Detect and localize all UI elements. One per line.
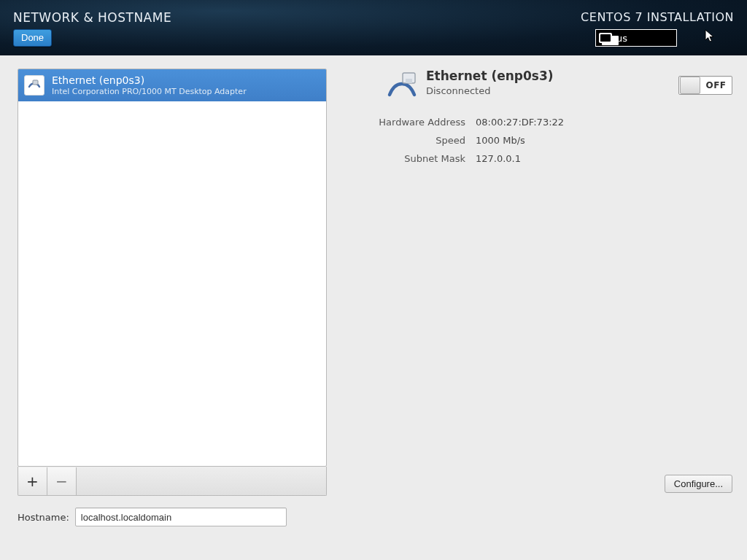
device-list-item-texts: Ethernet (enp0s3) Intel Corporation PRO/… — [52, 74, 247, 96]
hostname-label: Hostname: — [18, 512, 69, 523]
hostname-row: Hostname: — [0, 500, 747, 526]
body: Ethernet (enp0s3) Intel Corporation PRO/… — [0, 55, 747, 500]
ethernet-large-icon — [385, 70, 417, 104]
toggle-knob — [680, 77, 700, 94]
network-title: Ethernet (enp0s3) — [426, 69, 554, 83]
svg-rect-0 — [33, 80, 38, 85]
hostname-input[interactable] — [75, 508, 287, 526]
network-toggle[interactable]: OFF — [678, 76, 732, 95]
header: NETWORK & HOSTNAME Done CENTOS 7 INSTALL… — [0, 0, 747, 55]
hw-address-label: Hardware Address — [341, 117, 465, 128]
right-column: Ethernet (enp0s3) Disconnected OFF Hardw… — [341, 69, 734, 496]
keyboard-layout-label: us — [616, 33, 627, 44]
network-header-texts: Ethernet (enp0s3) Disconnected — [426, 69, 554, 96]
subnet-label: Subnet Mask — [341, 153, 465, 164]
hw-address-value: 08:00:27:DF:73:22 — [476, 117, 734, 128]
ethernet-icon — [24, 75, 44, 96]
speed-value: 1000 Mb/s — [476, 135, 734, 146]
device-list[interactable]: Ethernet (enp0s3) Intel Corporation PRO/… — [18, 69, 327, 467]
installer-title: CENTOS 7 INSTALLATION — [581, 10, 734, 24]
help-area — [683, 29, 734, 47]
keyboard-layout-selector[interactable]: us — [595, 29, 677, 47]
network-details: Hardware Address 08:00:27:DF:73:22 Speed… — [341, 117, 734, 164]
speed-label: Speed — [341, 135, 465, 146]
configure-button[interactable]: Configure... — [665, 475, 732, 493]
keyboard-icon — [599, 33, 612, 43]
device-adapter: Intel Corporation PRO/1000 MT Desktop Ad… — [52, 87, 247, 96]
toggle-label: OFF — [700, 80, 732, 90]
done-button[interactable]: Done — [13, 29, 52, 47]
page-title: NETWORK & HOSTNAME — [13, 10, 171, 25]
network-status: Disconnected — [426, 85, 554, 96]
device-name: Ethernet (enp0s3) — [52, 74, 247, 87]
add-device-button[interactable]: + — [18, 467, 47, 495]
device-list-toolbar: + − — [18, 467, 327, 496]
remove-device-button[interactable]: − — [47, 467, 77, 495]
svg-rect-2 — [406, 79, 412, 83]
device-list-item[interactable]: Ethernet (enp0s3) Intel Corporation PRO/… — [18, 69, 326, 101]
subnet-value: 127.0.0.1 — [476, 153, 734, 164]
left-column: Ethernet (enp0s3) Intel Corporation PRO/… — [18, 69, 327, 496]
